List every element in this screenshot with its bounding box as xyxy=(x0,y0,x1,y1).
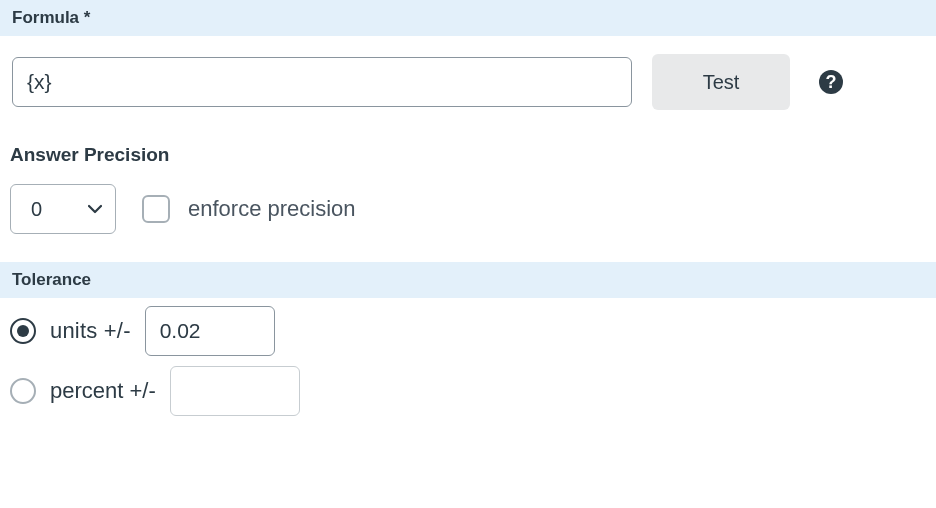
help-icon[interactable]: ? xyxy=(818,69,844,95)
enforce-precision-label: enforce precision xyxy=(188,196,356,222)
svg-text:?: ? xyxy=(826,72,837,92)
tolerance-percent-input[interactable] xyxy=(170,366,300,416)
enforce-precision-group: enforce precision xyxy=(142,195,356,223)
enforce-precision-checkbox[interactable] xyxy=(142,195,170,223)
tolerance-percent-radio[interactable] xyxy=(10,378,36,404)
formula-row: Test ? xyxy=(0,36,936,132)
tolerance-units-label: units +/- xyxy=(50,318,131,344)
tolerance-body: units +/- percent +/- xyxy=(0,298,936,434)
precision-section-header: Answer Precision xyxy=(0,132,936,174)
precision-select[interactable]: 0 xyxy=(10,184,116,234)
radio-dot-icon xyxy=(17,325,29,337)
formula-section-header: Formula * xyxy=(0,0,936,36)
tolerance-percent-label: percent +/- xyxy=(50,378,156,404)
tolerance-units-radio[interactable] xyxy=(10,318,36,344)
test-button[interactable]: Test xyxy=(652,54,790,110)
tolerance-section-header: Tolerance xyxy=(0,262,936,298)
tolerance-units-input[interactable] xyxy=(145,306,275,356)
formula-input[interactable] xyxy=(12,57,632,107)
precision-row: 0 enforce precision xyxy=(0,174,936,262)
precision-select-wrap: 0 xyxy=(10,184,116,234)
tolerance-units-row: units +/- xyxy=(10,306,926,356)
tolerance-percent-row: percent +/- xyxy=(10,366,926,416)
